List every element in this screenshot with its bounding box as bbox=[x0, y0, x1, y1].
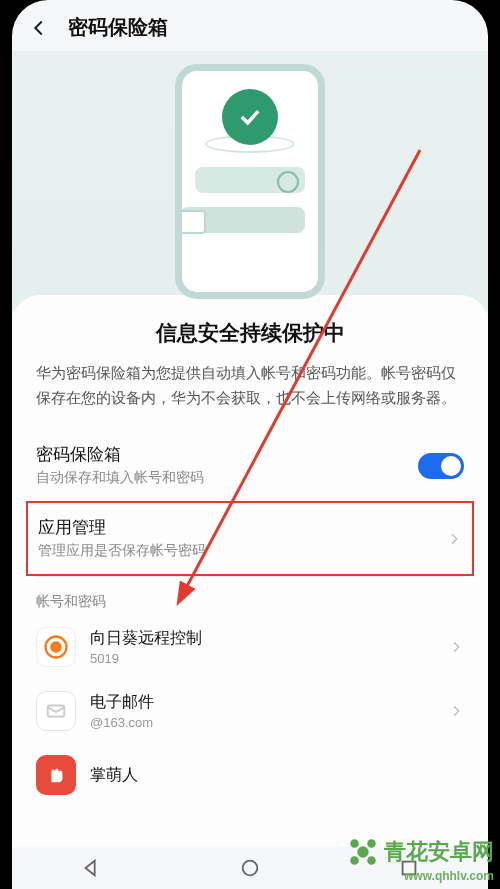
account-name: 掌萌人 bbox=[90, 765, 464, 786]
phone-screen: 密码保险箱 信息安全持续保护中 华为密码保险箱为您提供自动填入帐号和密码功能。帐… bbox=[12, 0, 488, 889]
account-row-sunflower[interactable]: 向日葵远程控制 5019 bbox=[36, 615, 464, 679]
palm-icon bbox=[36, 755, 76, 795]
illustration-phone bbox=[175, 64, 325, 299]
nav-home-icon[interactable] bbox=[239, 857, 261, 879]
chevron-right-icon bbox=[446, 531, 462, 547]
watermark: 青花安卓网 www.qhhlv.com bbox=[346, 835, 494, 883]
svg-point-10 bbox=[367, 856, 376, 865]
vault-title: 密码保险箱 bbox=[36, 444, 204, 466]
vault-subtitle: 自动保存和填入帐号和密码 bbox=[36, 469, 204, 487]
header-bar: 密码保险箱 bbox=[12, 0, 488, 51]
account-row-palm[interactable]: 掌萌人 bbox=[36, 743, 464, 807]
account-name: 向日葵远程控制 bbox=[90, 628, 438, 649]
accounts-section-label: 帐号和密码 bbox=[36, 593, 464, 611]
content-area: 信息安全持续保护中 华为密码保险箱为您提供自动填入帐号和密码功能。帐号密码仅保存… bbox=[12, 295, 488, 889]
illustration-field-money bbox=[195, 167, 305, 193]
mail-icon bbox=[36, 691, 76, 731]
account-row-email[interactable]: 电子邮件 @163.com bbox=[36, 679, 464, 743]
watermark-brand: 青花安卓网 bbox=[384, 837, 494, 867]
shield-check-icon bbox=[222, 89, 278, 145]
header-title: 密码保险箱 bbox=[68, 14, 168, 41]
svg-point-6 bbox=[357, 846, 368, 857]
back-icon[interactable] bbox=[28, 17, 50, 39]
main-title: 信息安全持续保护中 bbox=[36, 319, 464, 347]
svg-point-3 bbox=[243, 861, 258, 876]
chevron-right-icon bbox=[448, 639, 464, 655]
account-detail: @163.com bbox=[90, 715, 438, 730]
sunflower-icon bbox=[36, 627, 76, 667]
chevron-right-icon bbox=[448, 703, 464, 719]
svg-point-7 bbox=[350, 839, 359, 848]
app-management-title: 应用管理 bbox=[38, 517, 206, 539]
illustration-field-card bbox=[180, 207, 305, 233]
watermark-logo-icon bbox=[346, 835, 380, 869]
hero-illustration bbox=[12, 51, 488, 311]
account-detail: 5019 bbox=[90, 651, 438, 666]
row-password-vault[interactable]: 密码保险箱 自动保存和填入帐号和密码 bbox=[36, 430, 464, 501]
app-management-subtitle: 管理应用是否保存帐号密码 bbox=[38, 542, 206, 560]
annotation-highlight-box: 应用管理 管理应用是否保存帐号密码 bbox=[26, 501, 474, 576]
main-description: 华为密码保险箱为您提供自动填入帐号和密码功能。帐号密码仅保存在您的设备内，华为不… bbox=[36, 361, 464, 410]
svg-point-9 bbox=[350, 856, 359, 865]
divider bbox=[36, 576, 464, 577]
account-name: 电子邮件 bbox=[90, 692, 438, 713]
svg-point-8 bbox=[367, 839, 376, 848]
row-app-management[interactable]: 应用管理 管理应用是否保存帐号密码 bbox=[38, 503, 462, 574]
svg-point-0 bbox=[50, 641, 62, 653]
watermark-url: www.qhhlv.com bbox=[404, 869, 494, 883]
nav-back-icon[interactable] bbox=[80, 857, 102, 879]
vault-toggle[interactable] bbox=[418, 453, 464, 479]
